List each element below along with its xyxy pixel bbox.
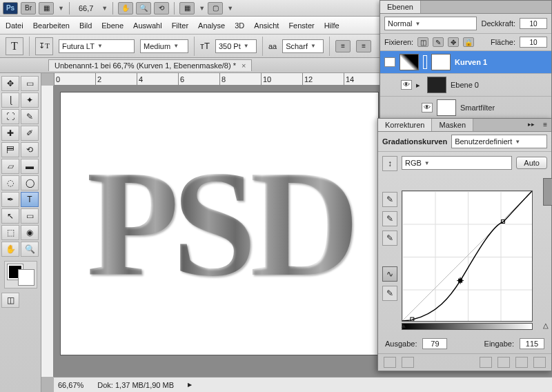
curves-thumb-icon[interactable] — [400, 54, 419, 70]
dodge-tool[interactable]: ◯ — [21, 175, 39, 190]
channel-dropdown[interactable]: RGB▼ — [402, 156, 512, 170]
menu-fenster[interactable]: Fenster — [288, 21, 314, 30]
pencil-mode-icon[interactable]: ✎ — [382, 286, 397, 301]
menu-ansicht[interactable]: Ansicht — [254, 21, 279, 30]
input-gradient-bar[interactable] — [402, 323, 533, 330]
eyedropper-tool[interactable]: ✎ — [21, 109, 39, 124]
fill-input[interactable] — [520, 37, 547, 48]
text-tool-preset-icon[interactable]: T — [6, 37, 23, 55]
curve-mode-icon[interactable]: ∿ — [382, 266, 397, 282]
menu-datei[interactable]: Datei — [6, 21, 23, 30]
blur-tool[interactable]: ◌ — [1, 175, 19, 190]
document-tab[interactable]: Unbenannt-1 bei 66,7% (Kurven 1, Ebenenm… — [48, 59, 252, 71]
lock-pixels-icon[interactable]: ✎ — [433, 37, 444, 47]
camera-tool[interactable]: ◉ — [21, 225, 39, 240]
marquee-tool[interactable]: ▭ — [21, 76, 39, 91]
layer-thumb-icon[interactable] — [437, 99, 456, 116]
wand-tool[interactable]: ✦ — [21, 92, 39, 108]
menu-bild[interactable]: Bild — [79, 21, 92, 30]
chevron-down-icon[interactable]: ▼ — [58, 5, 64, 12]
heal-tool[interactable]: ✚ — [1, 126, 19, 141]
menu-bearbeiten[interactable]: Bearbeiten — [33, 21, 70, 30]
lock-all-icon[interactable]: 🔒 — [463, 37, 474, 47]
return-icon[interactable] — [384, 357, 396, 368]
font-family-dropdown[interactable]: Futura LT▼ — [59, 39, 135, 53]
quickmask-tool[interactable]: ◫ — [1, 293, 19, 308]
target-adjust-icon[interactable]: ↕ — [382, 156, 397, 171]
history-icon[interactable]: ▦ — [39, 2, 54, 14]
screenmode-icon[interactable]: ▢ — [208, 2, 223, 14]
eraser-tool[interactable]: ▱ — [1, 159, 19, 174]
view-previous-icon[interactable] — [497, 357, 510, 368]
ruler-vertical[interactable] — [41, 86, 54, 377]
clip-icon[interactable] — [402, 357, 414, 368]
auto-button[interactable]: Auto — [516, 157, 547, 169]
toggle-visibility-icon[interactable] — [480, 357, 492, 368]
color-swatches[interactable] — [4, 261, 37, 288]
arrange-icon[interactable]: ▦ — [179, 2, 195, 14]
panel-menu-icon[interactable]: ≡ — [539, 119, 551, 131]
opacity-input[interactable] — [520, 18, 547, 29]
zoom-tool[interactable]: 🔍 — [21, 242, 39, 257]
lock-transparency-icon[interactable]: ◫ — [417, 37, 428, 47]
layers-tab[interactable]: Ebenen — [380, 1, 421, 13]
layer-name[interactable]: Smartfilter — [460, 104, 495, 112]
hand-tool-icon[interactable]: ✋ — [118, 2, 133, 14]
visibility-toggle-icon[interactable]: 👁 — [422, 103, 433, 112]
align-left-icon[interactable]: ≡ — [335, 40, 351, 52]
layer-row[interactable]: 👁 Smartfilter — [380, 97, 551, 119]
status-doc-size[interactable]: Dok: 1,37 MB/1,90 MB — [97, 381, 174, 389]
text-orientation-icon[interactable]: ↧T — [35, 37, 53, 55]
curves-preset-dropdown[interactable]: Benutzerdefiniert▼ — [451, 135, 547, 148]
menu-hilfe[interactable]: Hilfe — [324, 21, 339, 30]
menu-3d[interactable]: 3D — [235, 21, 244, 30]
canvas[interactable]: PSD — [61, 92, 378, 355]
move-tool[interactable]: ✥ — [1, 76, 19, 91]
layer-name[interactable]: Ebene 0 — [451, 81, 479, 89]
panel-collapse-icon[interactable]: ▸▸ — [524, 119, 539, 131]
blend-mode-dropdown[interactable]: Normal▼ — [384, 17, 477, 30]
mask-thumb-icon[interactable] — [431, 54, 451, 70]
chevron-down-icon[interactable]: ▼ — [227, 5, 233, 12]
layer-name[interactable]: Kurven 1 — [455, 58, 487, 66]
crop-tool[interactable]: ⛶ — [1, 109, 19, 124]
history-brush-tool[interactable]: ⟲ — [21, 142, 39, 157]
black-eyedropper-icon[interactable]: ✎ — [382, 192, 397, 207]
collapsed-panel-icon[interactable] — [543, 178, 552, 206]
visibility-toggle-icon[interactable]: 👁 — [401, 80, 412, 90]
path-select-tool[interactable]: ↖ — [1, 208, 19, 224]
output-value[interactable]: 79 — [422, 338, 447, 349]
layer-thumb-icon[interactable] — [427, 77, 446, 93]
bridge-icon[interactable]: Br — [21, 2, 36, 14]
curves-graph[interactable] — [402, 190, 533, 322]
font-size-dropdown[interactable]: 350 Pt▼ — [215, 39, 257, 53]
menu-ebene[interactable]: Ebene — [101, 21, 124, 30]
masken-tab[interactable]: Masken — [432, 119, 473, 131]
3d-tool[interactable]: ⬚ — [1, 225, 19, 240]
white-eyedropper-icon[interactable]: ✎ — [382, 231, 397, 246]
gray-eyedropper-icon[interactable]: ✎ — [382, 211, 397, 226]
hand-tool[interactable]: ✋ — [1, 242, 19, 257]
font-weight-dropdown[interactable]: Medium▼ — [140, 39, 188, 53]
zoom-tool-icon[interactable]: 🔍 — [136, 2, 151, 14]
lasso-tool[interactable]: ɭ — [1, 92, 19, 108]
korrekturen-tab[interactable]: Korrekturen — [378, 119, 432, 131]
lock-position-icon[interactable]: ✥ — [448, 37, 459, 47]
brush-tool[interactable]: ✐ — [21, 126, 39, 141]
visibility-toggle-icon[interactable]: 👁 — [384, 57, 395, 67]
pen-tool[interactable]: ✒ — [1, 192, 19, 207]
delete-icon[interactable] — [533, 357, 546, 368]
shape-tool[interactable]: ▭ — [21, 208, 39, 224]
menu-auswahl[interactable]: Auswahl — [133, 21, 162, 30]
rotate-view-icon[interactable]: ⟲ — [154, 2, 169, 14]
black-point-slider[interactable]: ▲ — [400, 322, 407, 329]
menu-analyse[interactable]: Analyse — [198, 21, 225, 30]
close-tab-icon[interactable]: × — [241, 61, 246, 70]
antialias-dropdown[interactable]: Scharf▼ — [282, 39, 324, 53]
input-value[interactable]: 115 — [520, 338, 544, 349]
chevron-down-icon[interactable]: ▼ — [101, 5, 108, 12]
reset-icon[interactable] — [515, 357, 528, 368]
menu-filter[interactable]: Filter — [172, 21, 188, 30]
type-tool[interactable]: T — [21, 192, 39, 207]
zoom-level[interactable]: 66,7 — [75, 4, 97, 12]
